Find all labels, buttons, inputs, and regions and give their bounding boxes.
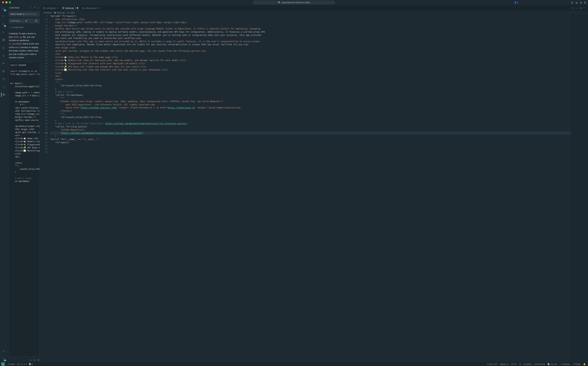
json-icon: {}	[43, 7, 45, 9]
remote-explorer-icon[interactable]	[1, 46, 6, 50]
continue-status[interactable]: ✓ Continue	[560, 363, 570, 365]
warning-icon[interactable]: ⚠	[30, 359, 32, 361]
search-activity-icon[interactable]	[1, 14, 6, 19]
modified-dot-icon	[77, 7, 78, 9]
svg-rect-4	[3, 39, 3, 40]
chevron-right-icon: ›	[52, 12, 53, 14]
prettier-status[interactable]: ✓ Prettier	[572, 363, 581, 365]
git-branch[interactable]: ⎇ main*	[7, 363, 15, 365]
layout-grid-icon[interactable]: ▦	[584, 1, 586, 4]
go-live[interactable]: 📡 Go Live	[547, 363, 557, 365]
python-interpreter[interactable]: 3.13.0 64-bit	[534, 363, 545, 365]
explorer-icon[interactable]: 1	[1, 7, 6, 11]
titlebar: ← → 🔍 hyperstack-llm-inference-toolkit 👤…	[0, 0, 588, 5]
notifications-icon[interactable]: 🔔	[583, 363, 586, 365]
context-count: 1 context item	[11, 26, 24, 29]
code-editor[interactable]: 7161718192021222324252627282930313233343…	[41, 15, 588, 362]
github-icon[interactable]	[1, 69, 6, 73]
editor-actions: ▷ ⌄ ◫ ⋯	[573, 5, 588, 11]
more-actions-icon[interactable]: ⋯	[584, 7, 586, 9]
chevron-right-icon: ›	[9, 26, 10, 29]
svg-rect-8	[3, 47, 5, 48]
tab-config-json[interactable]: {} config.json 1	[41, 5, 60, 11]
run-icon[interactable]: ▷	[573, 7, 574, 9]
chat-input-text: Add a footer to	[10, 13, 25, 15]
layout-left-icon[interactable]: ◧	[571, 1, 573, 4]
svg-rect-10	[3, 63, 4, 64]
svg-point-17	[3, 358, 4, 359]
json-icon: {}	[82, 7, 84, 9]
extensions-icon[interactable]	[1, 38, 6, 42]
settings-gear-icon[interactable]: 1	[1, 357, 6, 361]
tab-settings-json[interactable]: {} settings.json 2	[80, 5, 101, 11]
history-icon[interactable]: ↻	[34, 7, 36, 9]
remote-indicator[interactable]: ⎘	[1, 362, 5, 366]
minus-icon[interactable]: ⊖	[34, 359, 36, 361]
svg-rect-6	[3, 40, 3, 41]
run-dropdown-icon[interactable]: ⌄	[576, 7, 578, 9]
command-center[interactable]: 🔍 hyperstack-llm-inference-toolkit	[253, 1, 335, 4]
docker-icon[interactable]	[1, 61, 6, 66]
database-icon[interactable]	[1, 77, 6, 81]
tab-badge: 2	[98, 7, 99, 9]
minimize-window-button[interactable]	[5, 1, 8, 3]
chevron-right-icon: ›	[66, 12, 66, 14]
gear-icon[interactable]: ⚙	[38, 359, 40, 361]
tab-label: config.json	[46, 7, 56, 9]
run-debug-icon[interactable]	[1, 30, 6, 34]
refresh-icon[interactable]: ↻	[34, 19, 38, 23]
tab-home-py[interactable]: ⬢ home.py 1	[60, 5, 80, 11]
search-icon: 🔍	[278, 1, 281, 4]
svg-rect-5	[4, 39, 5, 40]
toggle-panel-icon[interactable]: ▢	[37, 7, 39, 9]
tab-badge: 1	[57, 7, 58, 9]
window-title: hyperstack-llm-inference-toolkit	[282, 1, 310, 4]
tab-label: home.py	[65, 7, 74, 9]
chat-input[interactable]: Add a footer to @home.py	[8, 11, 40, 17]
python-icon: ⬢	[63, 7, 64, 9]
svg-rect-9	[3, 63, 3, 64]
maximize-window-button[interactable]	[9, 1, 11, 3]
svg-point-0	[3, 16, 4, 17]
model-selector[interactable]: vLLM host... ⌄ @ ↻	[8, 18, 40, 23]
breadcrumb-symbol: main	[70, 12, 74, 14]
layout-bottom-icon[interactable]: ⬓	[576, 1, 577, 4]
code-lines[interactable]: "kw">def "fn">main(): <h3> Introduction …	[50, 15, 571, 362]
python-icon: ⬢	[54, 12, 56, 14]
nav-back-button[interactable]: ←	[70, 1, 72, 4]
svg-point-15	[3, 94, 5, 96]
language-mode[interactable]: {} Python	[524, 363, 532, 365]
new-chat-icon[interactable]: ＋	[31, 7, 32, 9]
ports-indicator[interactable]: 📡 0	[29, 363, 33, 365]
jupyter-icon[interactable]	[1, 85, 6, 89]
close-window-button[interactable]	[2, 1, 4, 3]
svg-point-1	[3, 23, 3, 24]
titlebar-right-icons: ◧ ⬓ ◨ ▦	[571, 1, 586, 4]
testing-icon[interactable]	[1, 53, 6, 58]
tab-badge: 1	[75, 7, 76, 9]
cursor-position[interactable]: Ln 52, Col 9	[487, 363, 498, 365]
layout-right-icon[interactable]: ◨	[580, 1, 582, 4]
chat-response: Certainly! To add a footer to your home.…	[7, 30, 41, 61]
continue-panel: CONTINUE ＋ ↻ ▢ Add a footer to @home.py …	[7, 5, 41, 362]
split-editor-icon[interactable]: ◫	[580, 7, 582, 9]
problems-indicator[interactable]: ⊘ 0 ⚠ 1 4	[17, 363, 27, 365]
continue-icon[interactable]	[1, 92, 6, 97]
activity-bar: 1 1 1	[0, 5, 7, 362]
encoding[interactable]: UTF-8	[511, 363, 517, 365]
context-toggle[interactable]: › 1 context item	[8, 25, 40, 30]
nav-forward-button[interactable]: →	[74, 1, 76, 4]
window-controls	[0, 0, 13, 5]
model-name: vLLM host...	[10, 20, 21, 22]
source-control-icon[interactable]: 1	[1, 22, 6, 27]
eol[interactable]: LF	[519, 363, 521, 365]
svg-point-14	[3, 86, 5, 88]
breadcrumb[interactable]: frontend › ⬢ home.py › ⊕ main	[41, 11, 588, 15]
indentation[interactable]: Spaces: 4	[500, 363, 509, 365]
accounts-icon[interactable]	[1, 349, 6, 353]
minimap[interactable]	[571, 15, 588, 362]
function-icon: ⊕	[67, 12, 69, 14]
svg-point-16	[3, 350, 4, 351]
account-icon[interactable]: 👤 ▾	[514, 1, 518, 4]
svg-point-2	[3, 25, 3, 25]
